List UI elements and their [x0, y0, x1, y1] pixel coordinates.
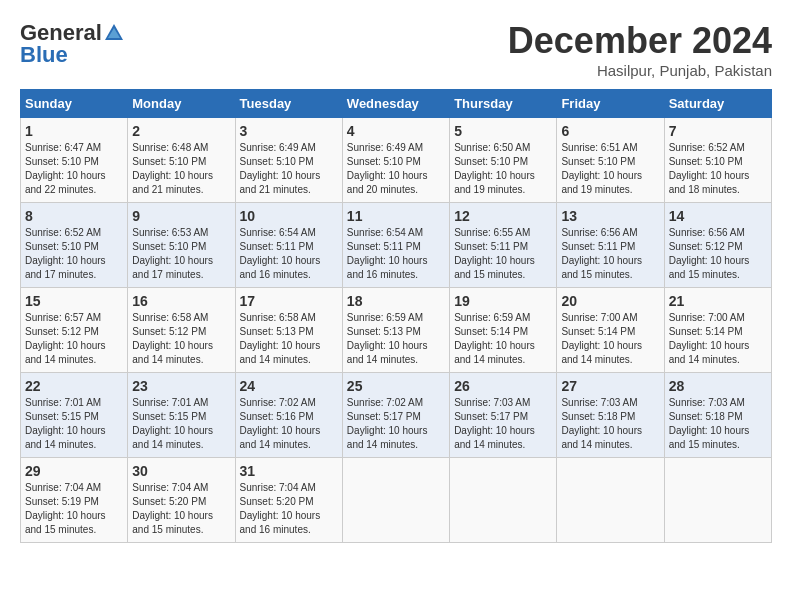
day-cell: 19Sunrise: 6:59 AM Sunset: 5:14 PM Dayli… [450, 288, 557, 373]
header-sunday: Sunday [21, 90, 128, 118]
day-number: 17 [240, 293, 338, 309]
week-row-0: 1Sunrise: 6:47 AM Sunset: 5:10 PM Daylig… [21, 118, 772, 203]
day-cell [557, 458, 664, 543]
day-number: 5 [454, 123, 552, 139]
day-number: 8 [25, 208, 123, 224]
day-cell: 15Sunrise: 6:57 AM Sunset: 5:12 PM Dayli… [21, 288, 128, 373]
header-monday: Monday [128, 90, 235, 118]
day-info: Sunrise: 7:02 AM Sunset: 5:16 PM Dayligh… [240, 396, 338, 452]
logo-icon [103, 22, 125, 44]
day-number: 16 [132, 293, 230, 309]
day-number: 24 [240, 378, 338, 394]
week-row-2: 15Sunrise: 6:57 AM Sunset: 5:12 PM Dayli… [21, 288, 772, 373]
day-info: Sunrise: 6:56 AM Sunset: 5:11 PM Dayligh… [561, 226, 659, 282]
day-cell: 22Sunrise: 7:01 AM Sunset: 5:15 PM Dayli… [21, 373, 128, 458]
day-cell: 4Sunrise: 6:49 AM Sunset: 5:10 PM Daylig… [342, 118, 449, 203]
day-info: Sunrise: 6:52 AM Sunset: 5:10 PM Dayligh… [25, 226, 123, 282]
day-cell: 8Sunrise: 6:52 AM Sunset: 5:10 PM Daylig… [21, 203, 128, 288]
header-tuesday: Tuesday [235, 90, 342, 118]
day-info: Sunrise: 6:49 AM Sunset: 5:10 PM Dayligh… [240, 141, 338, 197]
day-cell: 11Sunrise: 6:54 AM Sunset: 5:11 PM Dayli… [342, 203, 449, 288]
location: Hasilpur, Punjab, Pakistan [508, 62, 772, 79]
day-number: 27 [561, 378, 659, 394]
day-cell [664, 458, 771, 543]
day-number: 20 [561, 293, 659, 309]
day-cell: 5Sunrise: 6:50 AM Sunset: 5:10 PM Daylig… [450, 118, 557, 203]
day-cell: 24Sunrise: 7:02 AM Sunset: 5:16 PM Dayli… [235, 373, 342, 458]
day-cell: 16Sunrise: 6:58 AM Sunset: 5:12 PM Dayli… [128, 288, 235, 373]
day-info: Sunrise: 6:52 AM Sunset: 5:10 PM Dayligh… [669, 141, 767, 197]
day-number: 21 [669, 293, 767, 309]
day-cell: 17Sunrise: 6:58 AM Sunset: 5:13 PM Dayli… [235, 288, 342, 373]
day-info: Sunrise: 6:48 AM Sunset: 5:10 PM Dayligh… [132, 141, 230, 197]
day-cell: 6Sunrise: 6:51 AM Sunset: 5:10 PM Daylig… [557, 118, 664, 203]
day-info: Sunrise: 7:04 AM Sunset: 5:20 PM Dayligh… [132, 481, 230, 537]
week-row-4: 29Sunrise: 7:04 AM Sunset: 5:19 PM Dayli… [21, 458, 772, 543]
day-info: Sunrise: 6:49 AM Sunset: 5:10 PM Dayligh… [347, 141, 445, 197]
day-info: Sunrise: 7:00 AM Sunset: 5:14 PM Dayligh… [561, 311, 659, 367]
day-number: 23 [132, 378, 230, 394]
day-number: 22 [25, 378, 123, 394]
day-info: Sunrise: 7:03 AM Sunset: 5:18 PM Dayligh… [669, 396, 767, 452]
day-number: 3 [240, 123, 338, 139]
calendar-header: SundayMondayTuesdayWednesdayThursdayFrid… [21, 90, 772, 118]
day-cell [342, 458, 449, 543]
week-row-1: 8Sunrise: 6:52 AM Sunset: 5:10 PM Daylig… [21, 203, 772, 288]
day-info: Sunrise: 6:55 AM Sunset: 5:11 PM Dayligh… [454, 226, 552, 282]
header-wednesday: Wednesday [342, 90, 449, 118]
day-number: 29 [25, 463, 123, 479]
day-cell: 27Sunrise: 7:03 AM Sunset: 5:18 PM Dayli… [557, 373, 664, 458]
day-cell: 30Sunrise: 7:04 AM Sunset: 5:20 PM Dayli… [128, 458, 235, 543]
day-number: 28 [669, 378, 767, 394]
header-saturday: Saturday [664, 90, 771, 118]
day-number: 12 [454, 208, 552, 224]
day-number: 10 [240, 208, 338, 224]
day-info: Sunrise: 6:53 AM Sunset: 5:10 PM Dayligh… [132, 226, 230, 282]
day-cell: 25Sunrise: 7:02 AM Sunset: 5:17 PM Dayli… [342, 373, 449, 458]
day-number: 7 [669, 123, 767, 139]
day-info: Sunrise: 6:54 AM Sunset: 5:11 PM Dayligh… [240, 226, 338, 282]
day-cell: 28Sunrise: 7:03 AM Sunset: 5:18 PM Dayli… [664, 373, 771, 458]
calendar-table: SundayMondayTuesdayWednesdayThursdayFrid… [20, 89, 772, 543]
day-info: Sunrise: 6:58 AM Sunset: 5:13 PM Dayligh… [240, 311, 338, 367]
day-cell: 13Sunrise: 6:56 AM Sunset: 5:11 PM Dayli… [557, 203, 664, 288]
day-cell: 18Sunrise: 6:59 AM Sunset: 5:13 PM Dayli… [342, 288, 449, 373]
day-cell: 2Sunrise: 6:48 AM Sunset: 5:10 PM Daylig… [128, 118, 235, 203]
day-cell: 31Sunrise: 7:04 AM Sunset: 5:20 PM Dayli… [235, 458, 342, 543]
day-number: 18 [347, 293, 445, 309]
logo-blue: Blue [20, 42, 68, 68]
week-row-3: 22Sunrise: 7:01 AM Sunset: 5:15 PM Dayli… [21, 373, 772, 458]
day-cell: 7Sunrise: 6:52 AM Sunset: 5:10 PM Daylig… [664, 118, 771, 203]
day-number: 15 [25, 293, 123, 309]
day-info: Sunrise: 7:01 AM Sunset: 5:15 PM Dayligh… [132, 396, 230, 452]
day-info: Sunrise: 6:57 AM Sunset: 5:12 PM Dayligh… [25, 311, 123, 367]
day-number: 6 [561, 123, 659, 139]
logo: General Blue [20, 20, 126, 68]
day-info: Sunrise: 7:04 AM Sunset: 5:20 PM Dayligh… [240, 481, 338, 537]
day-cell: 23Sunrise: 7:01 AM Sunset: 5:15 PM Dayli… [128, 373, 235, 458]
day-cell: 29Sunrise: 7:04 AM Sunset: 5:19 PM Dayli… [21, 458, 128, 543]
day-info: Sunrise: 7:02 AM Sunset: 5:17 PM Dayligh… [347, 396, 445, 452]
day-number: 1 [25, 123, 123, 139]
day-info: Sunrise: 7:03 AM Sunset: 5:17 PM Dayligh… [454, 396, 552, 452]
header-row: SundayMondayTuesdayWednesdayThursdayFrid… [21, 90, 772, 118]
day-info: Sunrise: 7:00 AM Sunset: 5:14 PM Dayligh… [669, 311, 767, 367]
day-info: Sunrise: 6:56 AM Sunset: 5:12 PM Dayligh… [669, 226, 767, 282]
header-thursday: Thursday [450, 90, 557, 118]
day-cell: 14Sunrise: 6:56 AM Sunset: 5:12 PM Dayli… [664, 203, 771, 288]
day-info: Sunrise: 6:59 AM Sunset: 5:13 PM Dayligh… [347, 311, 445, 367]
day-number: 13 [561, 208, 659, 224]
day-number: 25 [347, 378, 445, 394]
day-info: Sunrise: 6:54 AM Sunset: 5:11 PM Dayligh… [347, 226, 445, 282]
day-info: Sunrise: 7:04 AM Sunset: 5:19 PM Dayligh… [25, 481, 123, 537]
day-info: Sunrise: 6:47 AM Sunset: 5:10 PM Dayligh… [25, 141, 123, 197]
day-number: 4 [347, 123, 445, 139]
day-info: Sunrise: 6:58 AM Sunset: 5:12 PM Dayligh… [132, 311, 230, 367]
day-cell: 10Sunrise: 6:54 AM Sunset: 5:11 PM Dayli… [235, 203, 342, 288]
day-number: 2 [132, 123, 230, 139]
day-number: 9 [132, 208, 230, 224]
day-info: Sunrise: 7:01 AM Sunset: 5:15 PM Dayligh… [25, 396, 123, 452]
day-info: Sunrise: 6:50 AM Sunset: 5:10 PM Dayligh… [454, 141, 552, 197]
title-block: December 2024 Hasilpur, Punjab, Pakistan [508, 20, 772, 79]
month-title: December 2024 [508, 20, 772, 62]
